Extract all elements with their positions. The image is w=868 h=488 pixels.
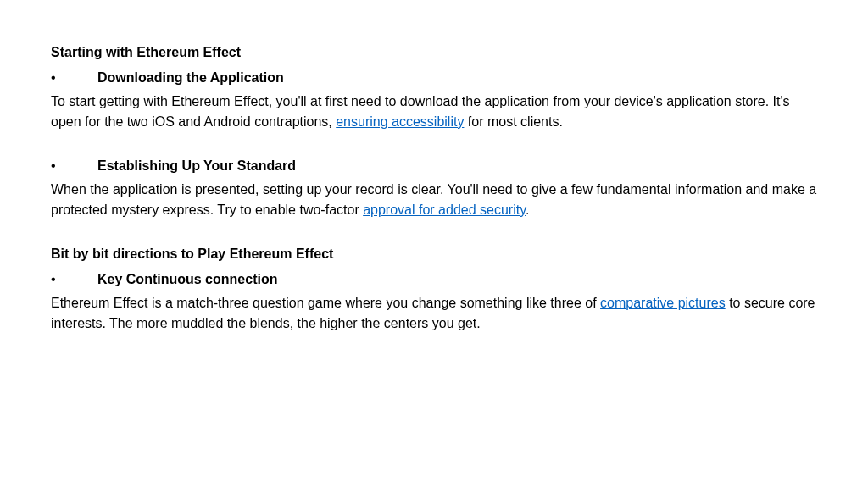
paragraph: To start getting with Ethereum Effect, y… xyxy=(51,92,817,132)
bullet-label: Downloading the Application xyxy=(97,68,284,88)
paragraph-text: . xyxy=(526,202,529,217)
bullet-item: • Key Continuous connection xyxy=(51,269,817,290)
bullet-icon: • xyxy=(51,269,97,290)
paragraph: Ethereum Effect is a match-three questio… xyxy=(51,293,817,334)
security-link[interactable]: approval for added security xyxy=(363,202,526,217)
bullet-item: • Downloading the Application xyxy=(51,68,817,88)
bullet-label: Establishing Up Your Standard xyxy=(97,156,296,176)
paragraph: When the application is presented, setti… xyxy=(51,180,817,220)
bullet-icon: • xyxy=(51,68,97,88)
paragraph-text: for most clients. xyxy=(464,114,562,129)
paragraph-text: Ethereum Effect is a match-three questio… xyxy=(51,296,600,310)
section-heading: Bit by bit directions to Play Ethereum E… xyxy=(51,244,817,264)
accessibility-link[interactable]: ensuring accessibility xyxy=(336,114,464,129)
section-heading: Starting with Ethereum Effect xyxy=(51,42,817,63)
bullet-label: Key Continuous connection xyxy=(97,269,277,290)
bullet-item: • Establishing Up Your Standard xyxy=(51,156,817,176)
bullet-icon: • xyxy=(51,156,97,176)
pictures-link[interactable]: comparative pictures xyxy=(600,296,726,310)
